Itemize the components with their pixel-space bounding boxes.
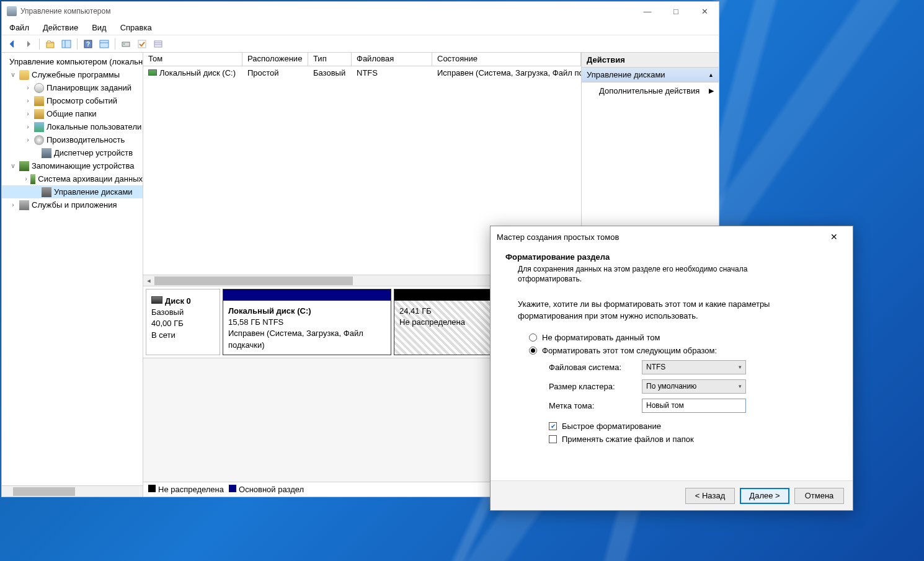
radio-format[interactable]: Форматировать этот том следующим образом… xyxy=(529,346,825,355)
tools-icon xyxy=(19,70,29,80)
wizard-instruction: Укажите, хотите ли вы форматировать этот… xyxy=(518,299,825,321)
col-filesystem[interactable]: Файловая система xyxy=(352,53,432,66)
wizard-titlebar[interactable]: Мастер создания простых томов ✕ xyxy=(491,226,853,247)
list-button[interactable] xyxy=(151,37,165,51)
menubar: Файл Действие Вид Справка xyxy=(2,20,719,35)
app-icon xyxy=(7,6,17,16)
tree-item-label: Службы и приложения xyxy=(32,200,117,210)
event-icon xyxy=(34,96,44,106)
tree-item-label: Управление дисками xyxy=(54,187,133,197)
col-type[interactable]: Тип xyxy=(308,53,352,66)
checkbox-quick-format[interactable]: ✔ Быстрое форматирование xyxy=(549,422,825,431)
show-hide-tree-button[interactable] xyxy=(60,37,73,51)
wizard-subheading: Для сохранения данных на этом разделе ег… xyxy=(505,264,772,284)
svg-rect-0 xyxy=(47,43,54,48)
wizard-title: Мастер создания простых томов xyxy=(497,232,822,242)
titlebar[interactable]: Управление компьютером — □ ✕ xyxy=(2,2,719,20)
volume-fs: NTFS xyxy=(352,68,432,78)
forward-button[interactable] xyxy=(22,37,35,51)
tree-item-label: Просмотр событий xyxy=(47,96,117,105)
up-button[interactable] xyxy=(43,37,57,51)
tree-event-viewer[interactable]: ›Просмотр событий xyxy=(2,94,143,107)
tree-item-label: Служебные программы xyxy=(32,70,120,79)
tree-item-label: Производительность xyxy=(47,135,125,144)
svg-rect-10 xyxy=(154,41,162,47)
toolbar-separator xyxy=(77,38,78,50)
chevron-down-icon: ▾ xyxy=(739,364,742,370)
tree-disk-management[interactable]: Управление дисками xyxy=(2,185,143,198)
actions-disk-management[interactable]: Управление дисками ▲ xyxy=(582,68,719,82)
wizard-header: Форматирование раздела Для сохранения да… xyxy=(491,247,853,293)
maximize-button[interactable]: □ xyxy=(662,2,690,20)
disk-title: Диск 0 xyxy=(165,296,191,306)
action-button[interactable] xyxy=(97,37,111,51)
window-title: Управление компьютером xyxy=(20,7,633,15)
select-cluster-size[interactable]: По умолчанию ▾ xyxy=(642,379,746,394)
wizard-close-button[interactable]: ✕ xyxy=(822,227,846,246)
tree-services[interactable]: ›Службы и приложения xyxy=(2,198,143,211)
label-cluster-size: Размер кластера: xyxy=(549,382,642,391)
checkbox-compression[interactable]: Применять сжатие файлов и папок xyxy=(549,435,825,444)
tree-item-label: Локальные пользователи xyxy=(47,122,141,131)
checkbox-label: Быстрое форматирование xyxy=(562,422,661,431)
col-volume[interactable]: Том xyxy=(143,53,242,66)
svg-text:?: ? xyxy=(86,41,90,48)
tree-backup[interactable]: ›Система архивации данных xyxy=(2,172,143,185)
label-filesystem: Файловая система: xyxy=(549,363,642,372)
checkbox-label: Применять сжатие файлов и папок xyxy=(562,435,694,444)
tree-performance[interactable]: ›Производительность xyxy=(2,133,143,146)
legend-unallocated-label: Не распределена xyxy=(158,485,224,494)
submenu-arrow-icon: ▶ xyxy=(709,87,714,95)
storage-icon xyxy=(19,161,29,171)
tree-local-users[interactable]: ›Локальные пользователи xyxy=(2,120,143,133)
volume-row[interactable]: Локальный диск (C:) Простой Базовый NTFS… xyxy=(143,66,581,79)
tree-storage[interactable]: vЗапоминающие устройства xyxy=(2,159,143,172)
check-button[interactable] xyxy=(135,37,149,51)
svg-rect-7 xyxy=(122,42,130,46)
actions-item-label: Дополнительные действия xyxy=(599,86,700,95)
tree-system-tools[interactable]: vСлужебные программы xyxy=(2,68,143,81)
col-layout[interactable]: Расположение xyxy=(242,53,308,66)
tree-horizontal-scrollbar[interactable] xyxy=(2,485,143,497)
tree-task-scheduler[interactable]: ›Планировщик заданий xyxy=(2,81,143,94)
wizard-heading: Форматирование раздела xyxy=(505,252,838,262)
partition-c[interactable]: Локальный диск (C:) 15,58 ГБ NTFS Исправ… xyxy=(223,289,391,355)
toolbar-separator xyxy=(39,38,40,50)
actions-more[interactable]: Дополнительные действия ▶ xyxy=(582,82,719,99)
simple-volume-wizard: Мастер создания простых томов ✕ Форматир… xyxy=(490,226,853,511)
input-volume-label[interactable] xyxy=(642,399,746,413)
tree-item-label: Планировщик заданий xyxy=(47,83,131,92)
back-button[interactable]: < Назад xyxy=(685,488,735,504)
svg-point-8 xyxy=(123,43,125,45)
minimize-button[interactable]: — xyxy=(633,2,662,20)
menu-help[interactable]: Справка xyxy=(118,22,154,33)
select-filesystem[interactable]: NTFS ▾ xyxy=(642,360,746,374)
partition-info: 15,58 ГБ NTFS xyxy=(228,317,283,327)
menu-file[interactable]: Файл xyxy=(7,22,32,33)
volume-type: Базовый xyxy=(308,68,352,78)
radio-icon xyxy=(529,347,537,355)
disk-drive-icon xyxy=(151,296,162,304)
scroll-left-arrow[interactable]: ◄ xyxy=(143,276,154,286)
services-icon xyxy=(19,200,29,210)
partition-size: 24,41 ГБ xyxy=(399,306,432,316)
radio-no-format[interactable]: Не форматировать данный том xyxy=(529,333,825,342)
menu-view[interactable]: Вид xyxy=(89,22,109,33)
toolbar: ? xyxy=(2,35,719,53)
close-button[interactable]: ✕ xyxy=(690,2,719,20)
tree-root[interactable]: Управление компьютером (локальным) xyxy=(2,55,143,68)
next-button[interactable]: Далее > xyxy=(740,488,789,504)
back-button[interactable] xyxy=(6,37,19,51)
disk-0-label[interactable]: Диск 0 Базовый 40,00 ГБ В сети xyxy=(146,289,220,355)
tree-item-label: Система архивации данных xyxy=(38,174,143,183)
radio-label: Не форматировать данный том xyxy=(542,333,660,342)
cancel-button[interactable]: Отмена xyxy=(794,488,844,504)
help-button[interactable]: ? xyxy=(81,37,95,51)
tree-device-manager[interactable]: Диспетчер устройств xyxy=(2,146,143,159)
tree-shared-folders[interactable]: ›Общие папки xyxy=(2,107,143,120)
menu-action[interactable]: Действие xyxy=(40,22,81,33)
settings-button[interactable] xyxy=(119,37,133,51)
partition-name: Локальный диск (C:) xyxy=(228,306,311,316)
col-status[interactable]: Состояние xyxy=(432,53,581,66)
share-icon xyxy=(34,109,44,119)
